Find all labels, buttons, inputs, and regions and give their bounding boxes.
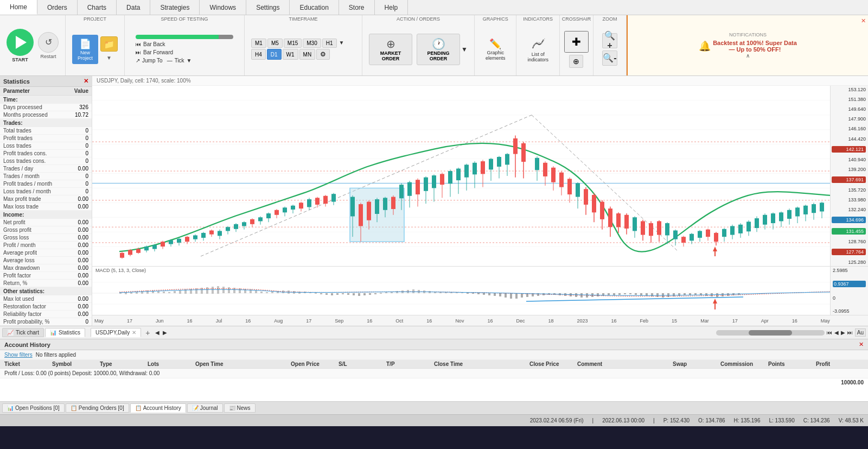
nav-home[interactable]: Home [0,0,37,15]
bar-forward[interactable]: ⏭ Bar Forward [136,49,233,55]
show-filters-link[interactable]: Show filters [4,352,33,358]
nav-prev-tab[interactable]: ◀ [154,328,161,337]
folder-button[interactable]: 📁 [100,36,118,52]
nav-data[interactable]: Data [117,0,150,15]
notif-collapse[interactable]: ∧ [746,53,750,59]
timeframe-settings[interactable]: ⚙ [316,49,330,60]
account-history-close[interactable]: ✕ [859,341,864,348]
scroll-last[interactable]: ⏭ [847,330,853,336]
usdjpy-chart-tab[interactable]: USDJPY,Daily ✕ [91,328,141,337]
tf-m1[interactable]: M1 [251,39,266,48]
tick-dropdown[interactable]: ▼ [187,58,192,64]
chart-zoom-fit[interactable]: Au [855,328,866,337]
svg-rect-109 [489,159,493,170]
svg-rect-189 [812,204,816,213]
market-order-button[interactable]: ⊕ MARKETORDER [369,34,412,65]
crosshair-button[interactable]: ✚ [564,31,589,53]
stats-row: Restoration factor0.00 [0,303,92,311]
col-tp: T/P [386,361,434,367]
start-button[interactable] [7,29,34,56]
svg-rect-105 [473,163,477,175]
nav-windows[interactable]: Windows [200,0,246,15]
chart-scrollbar[interactable] [716,330,825,336]
svg-rect-117 [521,143,526,162]
account-history-tab[interactable]: 📋 Account History [130,403,186,413]
time-18: 18 [548,318,553,324]
journal-label: Journal [200,405,218,411]
tf-dropdown[interactable]: ▼ [338,39,346,48]
svg-rect-286 [613,293,615,295]
statistics-tab[interactable]: 📊 Statistics [45,328,85,337]
svg-rect-220 [255,290,257,293]
tf-h1[interactable]: H1 [322,39,337,48]
journal-tab[interactable]: 📝 Journal [187,403,223,413]
usdjpy-tab-close[interactable]: ✕ [132,330,136,336]
scroll-next[interactable]: ▶ [841,330,845,336]
stats-close-button[interactable]: ✕ [84,78,88,85]
add-chart-tab[interactable]: + [142,327,153,338]
open-positions-tab[interactable]: 📊 Open Positions [0] [2,403,65,413]
speed-bar[interactable] [136,35,233,39]
tf-m30[interactable]: M30 [303,39,321,48]
zoom-in-button[interactable]: 🔍+ [602,33,617,48]
svg-rect-242 [374,293,376,294]
svg-rect-137 [608,208,612,227]
svg-rect-240 [363,293,366,295]
chart-main[interactable]: 153.120 151.380 149.640 147.900 146.160 … [92,86,868,266]
svg-rect-243 [380,293,382,294]
graphic-elements-button[interactable]: ✏️ Graphicelements [479,35,512,64]
col-lots: Lots [148,361,195,367]
tf-d1[interactable]: D1 [267,49,282,60]
svg-rect-87 [399,185,404,198]
account-history-panel: Account History ✕ Show filters No filter… [0,339,868,401]
nav-settings[interactable]: Settings [246,0,290,15]
new-project-button[interactable]: 📄 NewProject [72,35,98,64]
nav-orders[interactable]: Orders [37,0,78,15]
price-axis: 153.120 151.380 149.640 147.900 146.160 … [830,86,868,266]
svg-rect-293 [651,293,653,296]
stats-row: Max lot used0.00 [0,295,92,303]
tick-chart-tab[interactable]: 📈 Tick chart [2,328,44,337]
svg-rect-205 [174,291,176,293]
time-mar: Mar [700,318,709,324]
macd-svg [92,274,868,312]
price-146: 146.160 [832,126,866,131]
stats-row: Profit factor0.00 [0,272,92,280]
new-project-label: NewProject [78,50,93,61]
nav-next-tab[interactable]: ▶ [162,328,168,337]
col-close-time: Close Time [434,361,529,367]
tf-m15[interactable]: M15 [284,39,302,48]
scroll-first[interactable]: ⏮ [827,330,832,336]
orders-dropdown[interactable]: ▼ [461,46,468,53]
nav-help[interactable]: Help [375,0,409,15]
nav-store[interactable]: Store [339,0,375,15]
tf-m5[interactable]: M5 [267,39,283,48]
svg-rect-239 [358,293,360,296]
pending-orders-tab[interactable]: 📋 Pending Orders [0] [66,403,129,413]
bar-back[interactable]: ⏮ Bar Back [136,41,233,47]
news-tab[interactable]: 📰 News [224,403,256,413]
pending-order-button[interactable]: 🕐 PENDINGORDER [417,34,460,65]
jump-to[interactable]: ↗ Jump To [136,58,163,64]
time-16-3: 16 [367,318,372,324]
svg-rect-204 [168,292,170,293]
pending-order-label: PENDINGORDER [427,50,450,61]
scroll-prev[interactable]: ◀ [834,330,839,336]
zoom-out-button[interactable]: 🔍- [602,50,617,66]
statistics-tab-icon: 📊 [50,330,56,336]
restart-button[interactable]: ↺ [38,32,59,53]
nav-strategies[interactable]: Strategies [150,0,200,15]
tf-h4[interactable]: H4 [251,49,266,60]
col-swap: Swap [673,361,720,367]
crosshair-move-button[interactable]: ⊕ [569,55,583,68]
nav-charts[interactable]: Charts [78,0,117,15]
project-dropdown[interactable]: ▼ [105,54,113,62]
svg-rect-57 [266,213,271,218]
svg-rect-131 [584,189,588,205]
list-of-indicators-button[interactable]: List ofindicators [521,33,555,66]
tf-w1[interactable]: W1 [283,49,298,60]
tf-mn[interactable]: MN [299,49,316,60]
nav-education[interactable]: Education [290,0,339,15]
tick-control[interactable]: — Tick ▼ [167,58,192,64]
notifications-close[interactable]: ✕ [861,17,866,24]
